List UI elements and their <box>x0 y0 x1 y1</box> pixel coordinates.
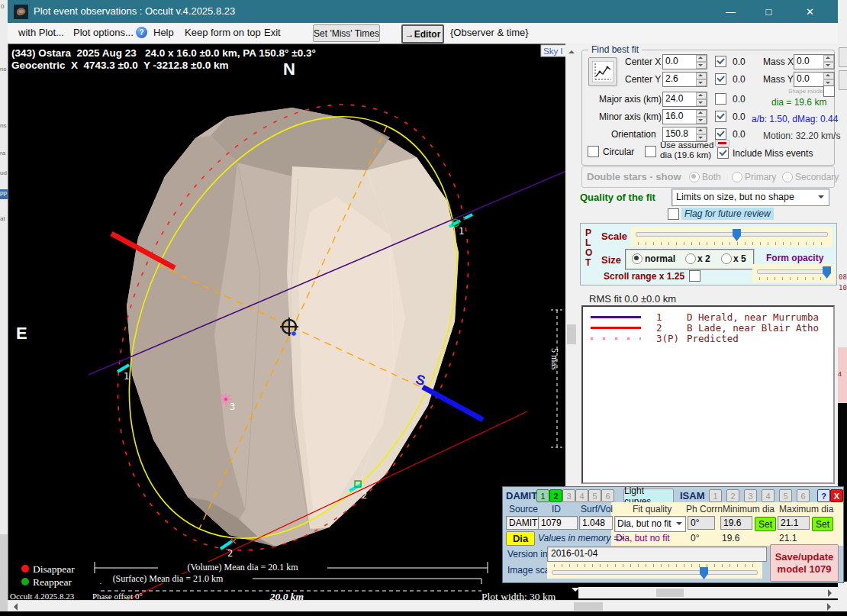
plot-scale-slider[interactable] <box>631 227 833 247</box>
min-dia-value[interactable]: 19.6 <box>720 516 752 530</box>
plot-controls-panel: PLOT Scale Size normal x 2 x 5 Form opac… <box>580 223 837 285</box>
major-axis-spinner[interactable]: 24.0 <box>662 92 707 107</box>
version-info-field[interactable]: 2016-01-04 <box>547 547 767 562</box>
damit-tab-3[interactable]: 3 <box>562 489 575 502</box>
sky-link[interactable]: Sky I <box>541 45 566 56</box>
isam-tab-1[interactable]: 1 <box>709 489 722 502</box>
double-primary-radio[interactable] <box>732 172 742 182</box>
observer-row[interactable]: 3(P) Predicted <box>583 333 833 343</box>
save-update-model-button[interactable]: Save/update model 1079 <box>770 544 839 582</box>
double-both-radio[interactable] <box>689 172 700 182</box>
isam-tab-5[interactable]: 5 <box>779 489 792 502</box>
center-x-checkbox[interactable] <box>715 56 726 67</box>
center-x-spinner[interactable]: 0.0 <box>662 54 707 69</box>
form-opacity-slider[interactable] <box>752 264 835 282</box>
flag-review-checkbox[interactable] <box>668 208 679 220</box>
mass-x-spinner[interactable]: 0.0 <box>794 54 835 69</box>
orientation-step: 0.0 <box>733 129 746 140</box>
orientation-label: Orientation <box>611 129 656 140</box>
surfvol-value: 1.048 <box>579 516 613 530</box>
size-radio-group: normal x 2 x 5 <box>625 249 755 270</box>
size-x2-radio[interactable] <box>685 253 696 264</box>
set-miss-times-button[interactable]: Set 'Miss' Times <box>313 24 380 42</box>
ph-corr-header: Ph Corrn <box>686 504 723 514</box>
scrollbar-thumb[interactable] <box>574 602 603 611</box>
quality-label: Quality of the fit <box>580 192 655 203</box>
isam-tab-2[interactable]: 2 <box>726 489 739 502</box>
damit-tab-1[interactable]: 1 <box>536 489 549 502</box>
chevron-down-icon <box>818 195 824 202</box>
quality-select[interactable]: Limits on size, but no shape <box>671 189 829 206</box>
scroll-range-label: Scroll range x 1.25 <box>604 271 684 282</box>
inner-horizontal-scrollbar[interactable] <box>578 587 838 598</box>
edge-fragment: 0 <box>1 3 4 10</box>
light-curves-button[interactable]: Light curves <box>623 489 674 503</box>
use-assumed-dia-checkbox[interactable] <box>645 146 656 157</box>
menu-plot-options[interactable]: Plot options... <box>69 24 138 41</box>
dia-button[interactable]: Dia <box>506 531 535 546</box>
set-max-button[interactable]: Set <box>812 517 833 531</box>
scroll-right-icon[interactable] <box>827 603 835 611</box>
window-title: Plot event observations : Occult v.4.202… <box>34 5 235 17</box>
flag-review-label: Flag for future review <box>681 208 774 220</box>
max-dia-value[interactable]: 21.1 <box>778 516 810 530</box>
circular-checkbox[interactable] <box>588 146 599 157</box>
menu-keep-on-top[interactable]: Keep form on top <box>180 24 266 41</box>
plot-horizontal-scrollbar[interactable] <box>8 600 838 612</box>
include-miss-checkbox[interactable] <box>717 147 729 159</box>
memory-fit-quality: Dia, but no fit <box>616 533 670 543</box>
center-y-checkbox[interactable] <box>715 73 726 85</box>
window-titlebar[interactable]: Plot event observations : Occult v.4.202… <box>8 0 838 23</box>
damit-help-button[interactable]: ? <box>817 489 830 502</box>
damit-tab-2[interactable]: 2 <box>549 489 562 502</box>
run-fit-button[interactable] <box>588 57 617 86</box>
damit-tab-6[interactable]: 6 <box>601 489 614 502</box>
center-y-spinner[interactable]: 2.6 <box>662 72 707 87</box>
menubar: with Plot... Plot options... ? Help Keep… <box>8 23 838 44</box>
mass-y-spinner[interactable]: 0.0 <box>794 72 835 87</box>
image-scale-slider[interactable] <box>547 562 762 579</box>
menu-help[interactable]: Help <box>149 24 179 41</box>
mass-x-label: Mass X <box>763 56 794 67</box>
id-value[interactable]: 1079 <box>538 516 578 530</box>
find-best-fit-label: Find best fit <box>588 44 642 55</box>
minor-axis-spinner[interactable]: 16.0 <box>662 109 707 124</box>
observer-row[interactable]: 2 B Lade, near Blair Atho <box>583 322 833 333</box>
menu-with-plot[interactable]: with Plot... <box>14 24 69 41</box>
damit-title: DAMIT <box>506 490 537 502</box>
plot-vertical-scrollbar[interactable] <box>565 44 578 486</box>
graph-fit-icon <box>592 61 614 82</box>
predicted-swatch <box>591 337 641 340</box>
major-axis-checkbox[interactable] <box>715 93 726 105</box>
scroll-right-icon[interactable] <box>828 589 836 597</box>
scroll-range-checkbox[interactable] <box>689 270 700 282</box>
editor-button[interactable]: →Editor <box>401 24 444 44</box>
scrollbar-thumb[interactable] <box>567 324 576 344</box>
set-min-button[interactable]: Set <box>755 517 776 531</box>
observer-list[interactable]: 1 D Herald, near Murrumba 2 B Lade, near… <box>581 305 835 484</box>
size-normal-radio[interactable] <box>632 253 642 264</box>
orientation-spinner[interactable]: 150.8 <box>662 127 707 142</box>
plot-area[interactable]: 1 1 2 2 <box>8 44 566 600</box>
scroll-up-icon[interactable] <box>568 47 575 53</box>
shape-model-checkbox[interactable] <box>823 85 835 97</box>
isam-tab-3[interactable]: 3 <box>744 489 757 502</box>
damit-close-button[interactable]: X <box>830 489 843 502</box>
scroll-left-icon[interactable] <box>10 603 18 611</box>
isam-tab-4[interactable]: 4 <box>762 489 775 502</box>
observer-row[interactable]: 1 D Herald, near Murrumba <box>583 311 833 322</box>
close-button[interactable]: ✕ <box>793 0 827 23</box>
values-in-memory-label: Values in memory => <box>538 533 624 543</box>
damit-tab-5[interactable]: 5 <box>588 489 601 502</box>
orientation-checkbox[interactable] <box>715 128 726 140</box>
double-secondary-radio[interactable] <box>782 172 793 182</box>
fit-quality-select[interactable]: Dia, but no fit <box>614 516 686 532</box>
maximize-button[interactable]: □ <box>752 0 786 23</box>
damit-tab-4[interactable]: 4 <box>575 489 588 502</box>
size-x5-radio[interactable] <box>721 253 732 264</box>
minimize-button[interactable]: — <box>713 0 748 23</box>
minor-axis-checkbox[interactable] <box>715 111 726 122</box>
ph-corr-value[interactable]: 0° <box>688 516 715 530</box>
menu-exit[interactable]: Exit <box>259 24 285 41</box>
isam-tab-6[interactable]: 6 <box>797 489 810 502</box>
